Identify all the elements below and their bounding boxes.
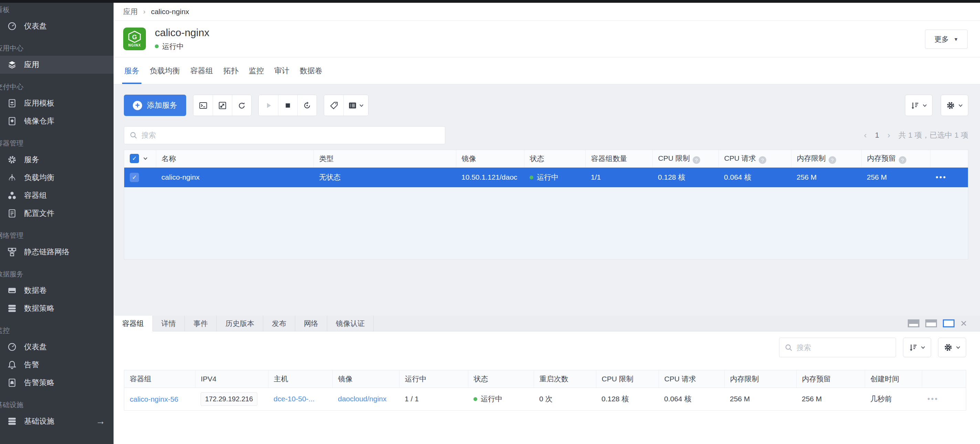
column-header-name[interactable]: 名称 [156,150,313,167]
tab-load-balancer[interactable]: 负载均衡 [145,57,185,84]
service-table-row[interactable]: ✓ calico-nginx 无状态 10.50.1.121/daoc 运行中 … [124,167,968,187]
column-header-type[interactable]: 类型 [313,150,456,167]
panel-minimize-icon[interactable] [908,320,920,327]
sidebar-item-alert-policy[interactable]: 告警策略 [0,374,113,391]
tab-pods[interactable]: 容器组 [185,57,218,84]
tab-topology[interactable]: 拓扑 [218,57,243,84]
start-button[interactable] [259,95,278,116]
next-page-icon[interactable]: › [883,130,895,140]
gauge-icon [7,342,17,352]
row-actions-icon[interactable]: ••• [928,395,939,403]
table-settings-button[interactable] [941,95,968,116]
lifecycle-button-group [258,95,317,116]
column-header-pod[interactable]: 容器组 [124,370,195,388]
view-options-button[interactable] [344,95,368,116]
add-service-button[interactable]: + 添加服务 [124,95,186,116]
pod-image-link[interactable]: daocloud/nginx [338,395,387,403]
row-checkbox[interactable]: ✓ [130,173,139,182]
sidebar-item-infrastructure[interactable]: 基础设施 → [0,412,113,430]
scale-button[interactable] [213,95,232,116]
column-header-mem-limit[interactable]: 内存限制? [791,150,861,167]
terminal-button[interactable] [193,95,213,116]
panel-tab-events[interactable]: 事件 [185,316,217,331]
panel-tab-details[interactable]: 详情 [153,316,185,331]
help-icon[interactable]: ? [829,156,836,164]
sidebar-item-app-templates[interactable]: 应用模板 [0,94,113,112]
row-actions-icon[interactable]: ••• [935,173,947,181]
pod-ipv4-chip[interactable]: 172.29.192.216 [200,392,258,406]
pods-search-input[interactable] [797,344,891,352]
panel-half-height-icon[interactable] [925,320,937,327]
search-input[interactable] [142,131,440,139]
help-icon[interactable]: ? [899,156,906,164]
panel-tab-history[interactable]: 历史版本 [217,316,263,331]
help-icon[interactable]: ? [693,156,700,164]
caret-down-icon: ▼ [953,37,958,42]
column-header-status[interactable]: 状态 [468,370,534,388]
panel-tab-image-auth[interactable]: 镜像认证 [327,316,374,331]
tag-button[interactable] [324,95,344,116]
pod-name-link[interactable]: calico-nginx-56 [130,395,178,403]
column-header-image[interactable]: 镜像 [332,370,399,388]
arrow-right-icon[interactable]: → [95,416,113,427]
column-header-running[interactable]: 运行中 [399,370,468,388]
tab-audit[interactable]: 审计 [269,57,294,84]
column-header-restarts[interactable]: 重启次数 [534,370,596,388]
more-button[interactable]: 更多 ▼ [925,30,967,49]
select-all-checkbox[interactable]: ✓ [130,154,139,163]
tab-volumes[interactable]: 数据卷 [294,57,328,84]
pods-table-row[interactable]: calico-nginx-56 172.29.192.216 dce-10-50… [124,388,966,410]
sidebar-item-load-balancer[interactable]: 负载均衡 [0,169,113,186]
column-header-pod-count[interactable]: 容器组数量 [585,150,652,167]
sidebar-item-volumes[interactable]: 数据卷 [0,282,113,299]
pods-settings-button[interactable] [938,337,966,357]
sidebar-item-image-registry[interactable]: 镜像仓库 [0,112,113,130]
stop-button[interactable] [278,95,297,116]
sidebar-item-applications[interactable]: 应用 [0,56,113,74]
tab-services[interactable]: 服务 [119,57,145,84]
column-header-image[interactable]: 镜像 [456,150,524,167]
column-header-ipv4[interactable]: IPV4 [195,370,268,388]
sidebar-item-alerts[interactable]: 告警 [0,356,113,374]
column-header-cpu-limit[interactable]: CPU 限制 [596,370,659,388]
panel-close-icon[interactable]: × [960,320,967,327]
panel-tab-release[interactable]: 发布 [263,316,295,331]
column-header-mem-limit[interactable]: 内存限制 [724,370,796,388]
server-stack-icon [7,416,17,426]
pods-sort-button[interactable] [903,337,931,357]
sidebar-item-monitor-dashboard[interactable]: 仪表盘 [0,338,113,356]
sidebar-section-app-center: 应用中心 应用 [0,43,113,74]
sidebar-item-config-files[interactable]: 配置文件 [0,204,113,222]
chevron-down-icon[interactable] [142,156,148,161]
sidebar-item-data-policy[interactable]: 数据策略 [0,299,113,317]
tab-monitoring[interactable]: 监控 [243,57,269,84]
sidebar-item-label: 静态链路网络 [24,247,70,257]
chevron-down-icon [922,103,928,108]
refresh-button[interactable] [232,95,251,116]
breadcrumb-parent-link[interactable]: 应用 [123,7,138,16]
column-header-mem-reserve[interactable]: 内存预留? [861,150,930,167]
column-header-created[interactable]: 创建时间 [865,370,922,388]
column-header-status[interactable]: 状态 [524,150,585,167]
restart-button[interactable] [297,95,317,116]
column-header-cpu-limit[interactable]: CPU 限制? [652,150,719,167]
column-header-cpu-request[interactable]: CPU 请求 [659,370,724,388]
column-header-mem-reserve[interactable]: 内存预留 [796,370,865,388]
refresh-icon [237,101,247,110]
sidebar-item-static-link-network[interactable]: 静态链路网络 [0,243,113,261]
panel-maximize-icon[interactable] [943,320,955,327]
sidebar-item-dashboard[interactable]: 仪表盘 [0,17,113,35]
panel-tab-network[interactable]: 网络 [295,316,327,331]
sidebar-item-services[interactable]: 服务 [0,151,113,169]
pod-host-link[interactable]: dce-10-50-... [274,395,315,403]
page-number[interactable]: 1 [872,131,883,140]
help-icon[interactable]: ? [759,156,766,164]
sidebar-item-pods[interactable]: 容器组 [0,186,113,204]
sidebar-section-label: 网络管理 [0,231,113,240]
sort-button[interactable] [905,95,932,116]
prev-page-icon[interactable]: ‹ [859,130,872,140]
service-gear-icon [7,154,17,165]
column-header-cpu-request[interactable]: CPU 请求? [719,150,791,167]
column-header-host[interactable]: 主机 [268,370,332,388]
panel-tab-pods[interactable]: 容器组 [113,316,153,331]
